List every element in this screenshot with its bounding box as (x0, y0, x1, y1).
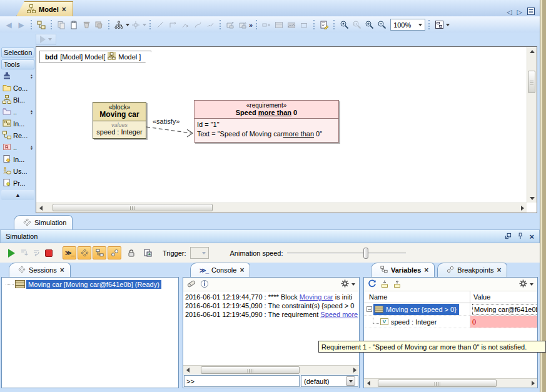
gear-icon[interactable] (519, 279, 527, 289)
scroll-left-icon[interactable] (364, 379, 373, 388)
tab-console[interactable]: ≫_ Console × (190, 263, 250, 277)
zoom-1-1-icon[interactable] (350, 19, 363, 31)
prev-tab-icon[interactable]: ◁ (507, 8, 512, 16)
zoom-in-icon[interactable] (363, 19, 375, 31)
scroll-thumb[interactable] (53, 204, 213, 211)
palette-collapse-icon[interactable]: ▲ (1, 190, 34, 200)
table-row[interactable]: Moving car {speed > 0} Moving car@f641e0… (364, 303, 537, 316)
float-window-icon[interactable] (505, 233, 512, 241)
chevron-down-icon[interactable] (446, 24, 450, 26)
toggle-breakpoints-pane[interactable] (108, 246, 121, 259)
console-language-combo[interactable]: (default) (301, 375, 358, 387)
toggle-animation[interactable] (78, 246, 91, 259)
collapse-expander-icon[interactable] (367, 306, 372, 313)
refresh-icon[interactable] (368, 279, 377, 289)
close-icon[interactable]: × (497, 267, 501, 273)
tab-breakpoints[interactable]: Breakpoints × (437, 263, 507, 277)
zoom-level-combo[interactable]: 100% (390, 19, 425, 31)
column-name[interactable]: Name (364, 291, 470, 303)
palette-item-package[interactable]: .. ▲▼ (0, 106, 36, 118)
variables-horizontal-scrollbar[interactable] (364, 378, 537, 388)
terminate-simulation-icon[interactable] (43, 247, 55, 259)
palette-item-requirement[interactable]: Re... (0, 129, 36, 141)
diagram-vertical-scrollbar[interactable] (527, 47, 537, 203)
console-log[interactable]: 2016-06-01 12:19:44,770 : **** Block Mov… (183, 291, 359, 365)
zoom-out-icon[interactable] (375, 19, 388, 31)
session-tree-item[interactable]: Moving car [Moving car@f641e0b] (Ready) (2, 279, 178, 290)
run-simulation-icon[interactable] (5, 247, 18, 259)
scroll-right-icon[interactable] (528, 379, 537, 388)
oblique-tool-icon[interactable] (179, 19, 191, 31)
variable-value[interactable]: Moving car@f641e0b (472, 304, 537, 315)
close-icon[interactable]: × (529, 233, 534, 240)
related-node-icon[interactable] (129, 19, 142, 31)
chevron-down-icon[interactable] (143, 24, 146, 26)
delete-icon[interactable] (80, 19, 93, 31)
scroll-thumb[interactable] (201, 366, 300, 374)
make-same-size-icon[interactable] (260, 19, 273, 31)
scroll-thumb[interactable] (528, 71, 535, 93)
trigger-combo[interactable] (190, 247, 209, 259)
zigzag-tool-icon[interactable] (204, 19, 216, 31)
variable-value-error[interactable]: 0 (470, 316, 537, 328)
chevron-down-icon[interactable] (351, 283, 355, 286)
diagram-area[interactable]: bdd [Model] Model[ Model ] «block» Movin… (36, 46, 537, 213)
element-link[interactable]: Speed more (320, 311, 358, 318)
table-row[interactable]: V speed : Integer 0 (364, 316, 537, 328)
console-horizontal-scrollbar[interactable] (183, 365, 359, 374)
layout-grid-icon[interactable] (273, 19, 285, 31)
variable-row-selected[interactable]: Moving car {speed > 0} (373, 304, 459, 315)
scroll-right-icon[interactable] (518, 204, 527, 213)
specification-icon[interactable] (318, 19, 330, 31)
close-icon[interactable]: × (240, 267, 244, 273)
tab-sessions[interactable]: Sessions × (9, 263, 71, 277)
close-icon[interactable]: × (424, 267, 428, 273)
spinner-icon[interactable]: ▲▼ (30, 74, 33, 79)
play-disabled-icon[interactable] (40, 36, 46, 43)
slider-handle[interactable] (363, 248, 368, 259)
gear-icon[interactable] (341, 279, 349, 289)
line-tool-icon[interactable] (154, 19, 166, 31)
animation-speed-slider[interactable] (287, 248, 406, 259)
image-icon[interactable] (285, 19, 298, 31)
diagram-horizontal-scrollbar[interactable] (36, 203, 527, 213)
column-value[interactable]: Value (470, 293, 537, 301)
satisfy-dependency-arrow[interactable] (146, 124, 197, 138)
spinner-icon[interactable]: ▲▼ (30, 145, 33, 150)
tab-variables[interactable]: Variables × (371, 263, 435, 277)
chevron-down-icon[interactable] (530, 283, 533, 286)
session-item-label[interactable]: Moving car [Moving car@f641e0b] (Ready) (26, 280, 161, 289)
expand-all-icon[interactable] (380, 279, 389, 289)
variable-name[interactable]: speed : Integer (391, 318, 437, 326)
related-elements-icon[interactable] (113, 19, 125, 31)
value-property[interactable]: speed : Integer (93, 128, 146, 136)
back-icon[interactable]: ◀ (3, 19, 15, 31)
palette-item-requirement-element[interactable]: .. ▲▼ (0, 141, 36, 153)
clear-console-icon[interactable] (187, 279, 196, 289)
chevron-down-icon[interactable] (418, 24, 422, 26)
toolbar-overflow-icon[interactable]: » (249, 21, 253, 29)
palette-item-common[interactable]: Co... (0, 82, 36, 94)
close-icon[interactable]: × (62, 6, 66, 13)
toggle-variables-pane[interactable] (93, 246, 106, 259)
bezier-tool-icon[interactable] (191, 19, 204, 31)
block-moving-car[interactable]: «block» Moving car values speed : Intege… (93, 102, 146, 139)
lock-icon[interactable] (125, 247, 138, 259)
palette-item-instance[interactable]: In... (0, 153, 36, 165)
paste-icon[interactable] (68, 19, 80, 31)
diagram-layout-icon[interactable] (433, 19, 445, 31)
step-into-icon[interactable] (18, 247, 30, 259)
scroll-right-icon[interactable] (350, 366, 359, 374)
export-results-icon[interactable] (141, 247, 154, 259)
spinner-icon[interactable]: ▲▼ (30, 109, 33, 114)
next-tab-icon[interactable]: ▷ (517, 8, 522, 16)
requirement-speed-more-than-0[interactable]: «requirement» Speed more than 0 Id = "1"… (194, 100, 339, 143)
info-icon[interactable] (200, 279, 209, 289)
palette-item-block[interactable]: Bl... (0, 94, 36, 106)
element-link[interactable]: Moving car (300, 293, 333, 301)
collapse-all-icon[interactable] (393, 279, 402, 289)
toggle-console-pane[interactable]: ≫_ (63, 246, 76, 259)
scroll-thumb[interactable] (378, 379, 497, 387)
tab-model[interactable]: Model × (16, 1, 73, 16)
dependency-up-icon[interactable] (224, 19, 236, 31)
